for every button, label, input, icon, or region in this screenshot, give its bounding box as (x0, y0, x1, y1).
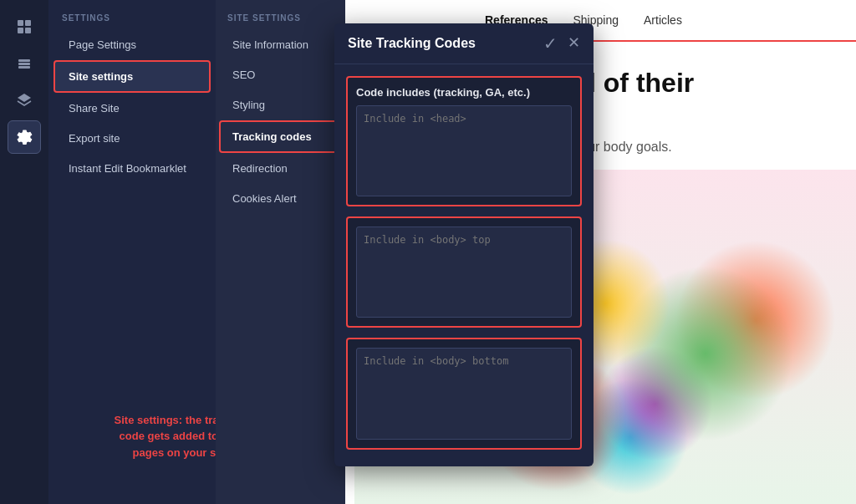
svg-rect-4 (18, 59, 30, 62)
site-settings-item-information[interactable]: Site Information (221, 30, 340, 59)
sidebar-item-share-site[interactable]: Share Site (55, 94, 209, 123)
body-bottom-code-section (346, 338, 582, 450)
svg-rect-3 (25, 28, 31, 33)
gear-icon-btn[interactable] (8, 120, 41, 154)
sidebar-item-instant-edit[interactable]: Instant Edit Bookmarklet (55, 154, 209, 183)
site-tracking-codes-modal: Site Tracking Codes ✓ ✕ Code includes (t… (334, 23, 594, 466)
svg-rect-2 (18, 28, 23, 33)
modal-actions: ✓ ✕ (543, 35, 580, 52)
head-code-section: Code includes (tracking, GA, etc.) (346, 76, 582, 206)
svg-rect-0 (18, 20, 23, 26)
icon-sidebar (0, 0, 48, 504)
sidebar-item-export-site[interactable]: Export site (55, 124, 209, 153)
settings-panel: SETTINGS Page Settings Site settings Sha… (48, 0, 216, 504)
site-settings-item-tracking[interactable]: Tracking codes (219, 120, 342, 153)
sidebar-item-page-settings[interactable]: Page Settings (55, 30, 209, 59)
site-settings-item-seo[interactable]: SEO (221, 60, 340, 89)
body-top-code-input[interactable] (356, 227, 572, 318)
head-section-label: Code includes (tracking, GA, etc.) (356, 86, 572, 99)
svg-rect-6 (18, 66, 30, 69)
site-settings-item-cookies[interactable]: Cookies Alert (221, 184, 340, 213)
site-settings-label: SITE SETTINGS (216, 13, 345, 29)
svg-rect-5 (18, 63, 30, 65)
grid-icon-btn[interactable] (8, 10, 41, 43)
modal-title: Site Tracking Codes (348, 36, 476, 51)
sidebar-item-site-settings[interactable]: Site settings (54, 60, 211, 93)
body-top-code-section (346, 216, 582, 328)
svg-rect-1 (25, 20, 31, 26)
modal-close-button[interactable]: ✕ (568, 35, 580, 52)
body-bottom-code-input[interactable] (356, 348, 572, 440)
site-settings-panel: SITE SETTINGS Site Information SEO Styli… (216, 0, 345, 504)
nav-articles[interactable]: Articles (644, 13, 682, 27)
modal-body: Code includes (tracking, GA, etc.) (334, 64, 594, 461)
modal-confirm-button[interactable]: ✓ (543, 35, 558, 52)
head-code-input[interactable] (356, 105, 572, 196)
modal-header: Site Tracking Codes ✓ ✕ (334, 23, 594, 64)
site-settings-item-redirection[interactable]: Redirection (221, 154, 340, 183)
settings-label: SETTINGS (48, 13, 216, 29)
layers-icon-btn[interactable] (8, 47, 41, 80)
site-settings-item-styling[interactable]: Styling (221, 90, 340, 120)
stack-icon-btn[interactable] (8, 84, 41, 117)
